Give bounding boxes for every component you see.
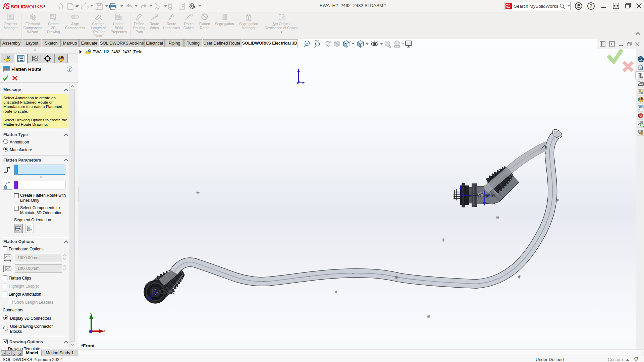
svg-text:*Front: *Front xyxy=(81,343,95,348)
svg-text:EwCable: EwCable xyxy=(152,288,175,295)
svg-text:Y: Y xyxy=(90,312,93,316)
svg-text:?: ? xyxy=(590,3,593,9)
svg-text:EwCable: EwCable xyxy=(472,192,495,199)
svg-text:@: @ xyxy=(641,132,643,134)
svg-text:?: ? xyxy=(68,67,71,71)
svg-text:x: x xyxy=(103,328,105,333)
svg-text:EWA_H2_2462_2432 (Defa...: EWA_H2_2462_2432 (Defa... xyxy=(93,50,146,54)
svg-text:D: D xyxy=(639,58,642,61)
